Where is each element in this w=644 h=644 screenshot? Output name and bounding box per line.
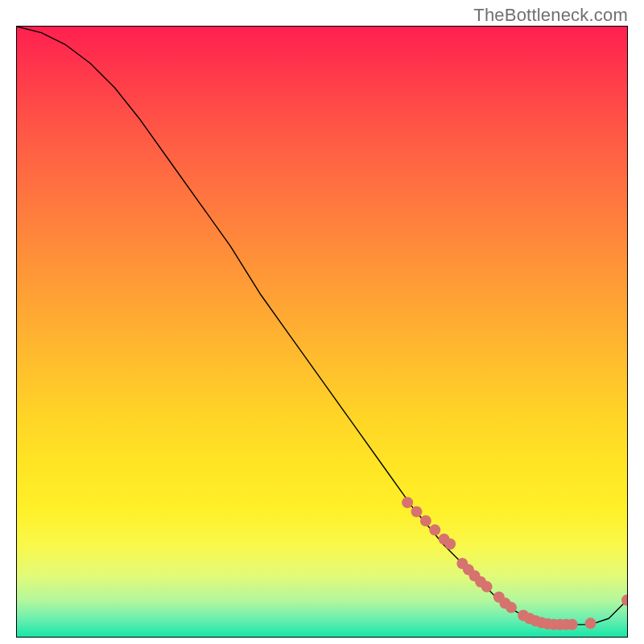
data-marker (444, 539, 456, 550)
data-marker (402, 497, 413, 508)
curve-markers (402, 497, 627, 630)
data-marker (567, 619, 578, 630)
data-marker (506, 602, 517, 613)
bottleneck-curve-line (17, 27, 627, 625)
plot-area (16, 26, 628, 638)
data-marker (481, 581, 493, 592)
chart-svg (17, 27, 627, 637)
watermark-text: TheBottleneck.com (473, 5, 628, 26)
data-marker (621, 595, 627, 606)
data-marker (585, 617, 597, 629)
data-marker (411, 506, 423, 518)
data-marker (429, 524, 440, 535)
data-marker (420, 515, 431, 526)
chart-container: TheBottleneck.com (0, 0, 644, 644)
